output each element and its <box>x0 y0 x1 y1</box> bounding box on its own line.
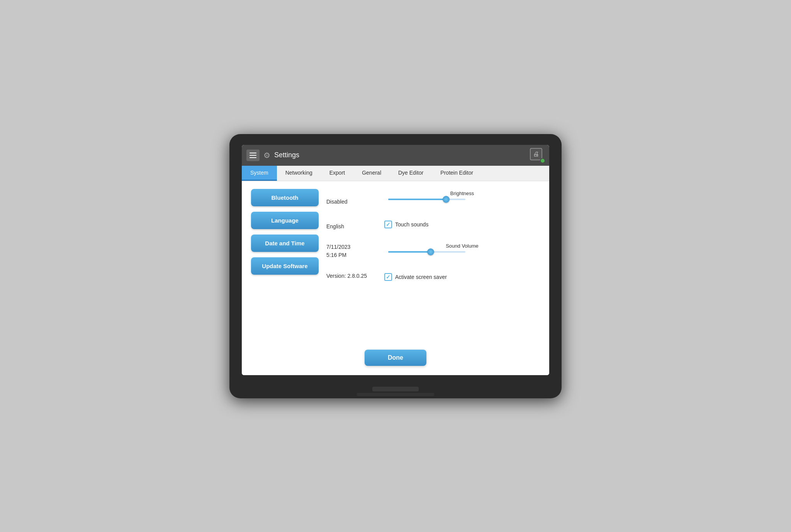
brightness-control: Brightness <box>384 190 540 210</box>
hamburger-button[interactable] <box>246 150 260 161</box>
touch-sounds-checkbox[interactable] <box>384 221 392 228</box>
touch-sounds-control: Touch sounds <box>384 215 540 235</box>
hamburger-line-2 <box>250 155 256 156</box>
brightness-slider-track[interactable] <box>388 199 465 200</box>
right-column: Brightness Touch sounds <box>380 189 540 336</box>
version-status: Version: 2.8.0.25 <box>326 265 380 284</box>
tab-general[interactable]: General <box>353 166 390 181</box>
brightness-label: Brightness <box>384 190 540 196</box>
touch-sounds-row: Touch sounds <box>384 215 540 228</box>
tab-system[interactable]: System <box>242 166 277 181</box>
tab-networking[interactable]: Networking <box>277 166 321 181</box>
device-screen: ⚙ Settings 🖨 System Networking Export Ge… <box>242 145 549 375</box>
sound-volume-slider-fill <box>388 251 431 253</box>
printer-icon-body: 🖨 <box>530 148 542 160</box>
tab-dye-editor[interactable]: Dye Editor <box>390 166 432 181</box>
sound-volume-slider-track[interactable] <box>388 251 465 253</box>
datetime-status: 7/11/2023 5:16 PM <box>326 240 380 259</box>
middle-column: Disabled English 7/11/2023 5:16 PM Versi… <box>319 189 380 336</box>
page-title: Settings <box>274 151 526 159</box>
touch-sounds-label: Touch sounds <box>395 221 428 228</box>
screen-saver-row: Activate screen saver <box>384 268 540 281</box>
printer-status-icon: 🖨 <box>530 148 545 163</box>
sound-volume-control: Sound Volume <box>384 243 540 262</box>
update-software-button[interactable]: Update Software <box>251 257 319 275</box>
date-time-button[interactable]: Date and Time <box>251 235 319 252</box>
content-area: Bluetooth Language Date and Time Update … <box>242 181 549 343</box>
time-value: 5:16 PM <box>326 251 346 259</box>
brightness-slider-thumb[interactable] <box>443 196 450 203</box>
tab-protein-editor[interactable]: Protein Editor <box>432 166 482 181</box>
hamburger-line-3 <box>250 157 256 158</box>
done-button[interactable]: Done <box>365 350 426 366</box>
device-frame: ⚙ Settings 🖨 System Networking Export Ge… <box>229 134 562 398</box>
bluetooth-button[interactable]: Bluetooth <box>251 189 319 206</box>
tabs-bar: System Networking Export General Dye Edi… <box>242 166 549 181</box>
language-status: English <box>326 215 380 235</box>
date-value: 7/11/2023 <box>326 243 350 251</box>
device-feet <box>357 393 434 396</box>
brightness-slider-container <box>384 199 540 200</box>
sound-volume-slider-thumb[interactable] <box>427 248 434 255</box>
gear-icon: ⚙ <box>263 151 270 160</box>
screen-saver-checkbox[interactable] <box>384 273 392 281</box>
screen-saver-control: Activate screen saver <box>384 268 540 287</box>
sound-volume-label: Sound Volume <box>384 243 540 249</box>
header-bar: ⚙ Settings 🖨 <box>242 145 549 166</box>
footer-area: Done <box>242 343 549 375</box>
device-stand <box>372 387 419 391</box>
sound-volume-slider-container <box>384 251 540 253</box>
screen-saver-label: Activate screen saver <box>395 274 447 280</box>
hamburger-line-1 <box>250 153 256 153</box>
bluetooth-status: Disabled <box>326 190 380 210</box>
left-column: Bluetooth Language Date and Time Update … <box>251 189 319 336</box>
language-button[interactable]: Language <box>251 212 319 229</box>
tab-export[interactable]: Export <box>321 166 353 181</box>
brightness-slider-fill <box>388 199 446 200</box>
status-badge-green <box>540 158 545 163</box>
